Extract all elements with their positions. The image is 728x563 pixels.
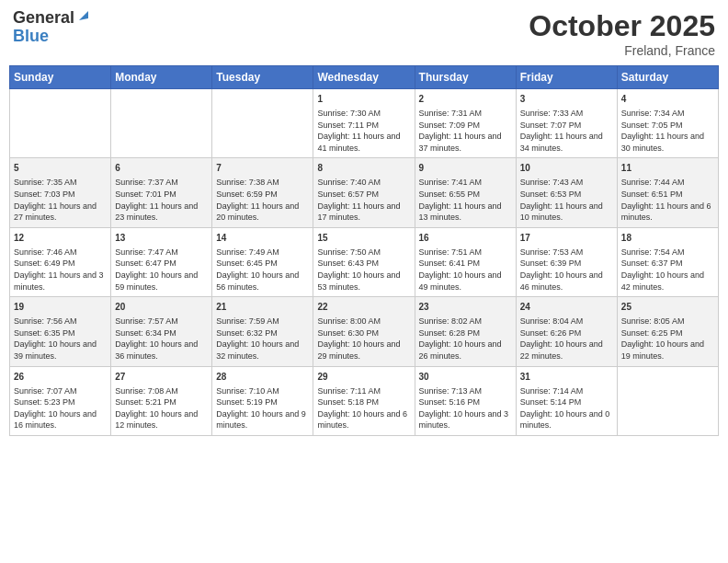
day-number: 24: [520, 301, 613, 314]
day-info: Sunset: 6:37 PM: [621, 258, 714, 270]
column-header-saturday: Saturday: [617, 66, 718, 89]
logo-text-blue: Blue: [13, 27, 49, 45]
day-info: Sunset: 6:41 PM: [419, 258, 512, 270]
day-info: Sunrise: 7:38 AM: [216, 177, 309, 189]
calendar-cell: 16Sunrise: 7:51 AMSunset: 6:41 PMDayligh…: [415, 227, 516, 296]
calendar-cell: 29Sunrise: 7:11 AMSunset: 5:18 PMDayligh…: [313, 366, 415, 435]
calendar-cell: 3Sunrise: 7:33 AMSunset: 7:07 PMDaylight…: [516, 89, 617, 158]
title-area: October 2025 Freland, France: [529, 9, 715, 58]
day-info: Sunset: 5:23 PM: [14, 396, 107, 408]
day-info: Sunrise: 7:46 AM: [14, 247, 107, 259]
calendar-cell: 20Sunrise: 7:57 AMSunset: 6:34 PMDayligh…: [111, 297, 212, 366]
day-info: Sunrise: 8:00 AM: [317, 316, 410, 327]
svg-marker-0: [79, 11, 88, 20]
day-info: Daylight: 11 hours and 30 minutes.: [621, 131, 714, 154]
day-number: 20: [115, 301, 208, 314]
column-header-wednesday: Wednesday: [313, 66, 415, 89]
day-number: 29: [317, 371, 410, 384]
day-number: 5: [14, 162, 107, 175]
calendar-cell: 13Sunrise: 7:47 AMSunset: 6:47 PMDayligh…: [111, 227, 212, 296]
day-info: Sunrise: 7:34 AM: [621, 108, 714, 120]
day-info: Daylight: 10 hours and 9 minutes.: [216, 408, 309, 431]
day-info: Sunrise: 8:04 AM: [520, 316, 613, 327]
calendar-cell: 15Sunrise: 7:50 AMSunset: 6:43 PMDayligh…: [313, 227, 415, 296]
day-info: Daylight: 11 hours and 37 minutes.: [419, 131, 512, 154]
day-info: Daylight: 10 hours and 16 minutes.: [14, 408, 107, 431]
calendar-cell: [212, 89, 313, 158]
calendar-cell: 21Sunrise: 7:59 AMSunset: 6:32 PMDayligh…: [212, 297, 313, 366]
day-number: 2: [419, 93, 512, 106]
day-info: Sunrise: 7:56 AM: [14, 316, 107, 327]
day-info: Sunrise: 7:53 AM: [520, 247, 613, 259]
day-info: Daylight: 10 hours and 0 minutes.: [520, 408, 613, 431]
day-info: Sunset: 6:26 PM: [520, 327, 613, 339]
day-info: Daylight: 11 hours and 13 minutes.: [419, 201, 512, 224]
day-info: Sunset: 6:55 PM: [419, 189, 512, 201]
location: Freland, France: [529, 43, 715, 58]
day-info: Sunset: 6:47 PM: [115, 258, 208, 270]
day-number: 11: [621, 162, 714, 175]
column-header-sunday: Sunday: [10, 66, 111, 89]
day-info: Daylight: 10 hours and 42 minutes.: [621, 270, 714, 293]
day-info: Sunrise: 7:59 AM: [216, 316, 309, 327]
day-info: Sunset: 5:21 PM: [115, 396, 208, 408]
day-info: Daylight: 11 hours and 6 minutes.: [621, 201, 714, 224]
calendar-cell: 30Sunrise: 7:13 AMSunset: 5:16 PMDayligh…: [415, 366, 516, 435]
day-info: Sunset: 6:28 PM: [419, 327, 512, 339]
day-number: 19: [14, 301, 107, 314]
day-info: Daylight: 11 hours and 41 minutes.: [317, 131, 410, 154]
day-info: Daylight: 10 hours and 56 minutes.: [216, 270, 309, 293]
day-info: Sunrise: 7:57 AM: [115, 316, 208, 327]
column-header-tuesday: Tuesday: [212, 66, 313, 89]
calendar-cell: 10Sunrise: 7:43 AMSunset: 6:53 PMDayligh…: [516, 158, 617, 227]
day-number: 31: [520, 371, 613, 384]
day-info: Sunrise: 7:37 AM: [115, 177, 208, 189]
calendar-cell: 26Sunrise: 7:07 AMSunset: 5:23 PMDayligh…: [10, 366, 111, 435]
day-info: Daylight: 11 hours and 23 minutes.: [115, 201, 208, 224]
week-row-2: 5Sunrise: 7:35 AMSunset: 7:03 PMDaylight…: [10, 158, 719, 227]
day-info: Daylight: 10 hours and 39 minutes.: [14, 339, 107, 362]
day-info: Sunset: 7:11 PM: [317, 120, 410, 132]
day-info: Sunset: 6:34 PM: [115, 327, 208, 339]
day-number: 17: [520, 232, 613, 245]
day-info: Sunrise: 7:14 AM: [520, 385, 613, 397]
week-row-4: 19Sunrise: 7:56 AMSunset: 6:35 PMDayligh…: [10, 297, 719, 366]
day-number: 1: [317, 93, 410, 106]
day-info: Daylight: 11 hours and 34 minutes.: [520, 131, 613, 154]
calendar-table: SundayMondayTuesdayWednesdayThursdayFrid…: [9, 65, 719, 436]
day-info: Sunset: 5:18 PM: [317, 396, 410, 408]
day-info: Sunrise: 7:54 AM: [621, 247, 714, 259]
day-info: Daylight: 10 hours and 19 minutes.: [621, 339, 714, 362]
month-title: October 2025: [529, 9, 715, 43]
calendar-cell: 23Sunrise: 8:02 AMSunset: 6:28 PMDayligh…: [415, 297, 516, 366]
day-number: 30: [419, 371, 512, 384]
day-info: Sunset: 6:39 PM: [520, 258, 613, 270]
day-info: Daylight: 11 hours and 17 minutes.: [317, 201, 410, 224]
day-info: Daylight: 11 hours and 10 minutes.: [520, 201, 613, 224]
calendar-cell: 31Sunrise: 7:14 AMSunset: 5:14 PMDayligh…: [516, 366, 617, 435]
calendar-cell: 28Sunrise: 7:10 AMSunset: 5:19 PMDayligh…: [212, 366, 313, 435]
day-info: Sunrise: 7:13 AM: [419, 385, 512, 397]
day-number: 10: [520, 162, 613, 175]
day-info: Sunrise: 7:33 AM: [520, 108, 613, 120]
calendar-cell: 14Sunrise: 7:49 AMSunset: 6:45 PMDayligh…: [212, 227, 313, 296]
day-info: Daylight: 10 hours and 32 minutes.: [216, 339, 309, 362]
day-info: Sunrise: 7:31 AM: [419, 108, 512, 120]
column-header-thursday: Thursday: [415, 66, 516, 89]
day-number: 6: [115, 162, 208, 175]
day-info: Sunrise: 7:51 AM: [419, 247, 512, 259]
day-number: 27: [115, 371, 208, 384]
day-info: Daylight: 10 hours and 26 minutes.: [419, 339, 512, 362]
logo: General Blue: [13, 9, 90, 46]
calendar-cell: 22Sunrise: 8:00 AMSunset: 6:30 PMDayligh…: [313, 297, 415, 366]
day-info: Daylight: 11 hours and 3 minutes.: [14, 270, 107, 293]
day-number: 7: [216, 162, 309, 175]
week-row-3: 12Sunrise: 7:46 AMSunset: 6:49 PMDayligh…: [10, 227, 719, 296]
day-number: 21: [216, 301, 309, 314]
day-info: Sunset: 6:59 PM: [216, 189, 309, 201]
calendar-cell: 2Sunrise: 7:31 AMSunset: 7:09 PMDaylight…: [415, 89, 516, 158]
day-info: Sunset: 7:01 PM: [115, 189, 208, 201]
calendar-cell: 12Sunrise: 7:46 AMSunset: 6:49 PMDayligh…: [10, 227, 111, 296]
day-info: Daylight: 10 hours and 46 minutes.: [520, 270, 613, 293]
day-info: Sunset: 6:53 PM: [520, 189, 613, 201]
